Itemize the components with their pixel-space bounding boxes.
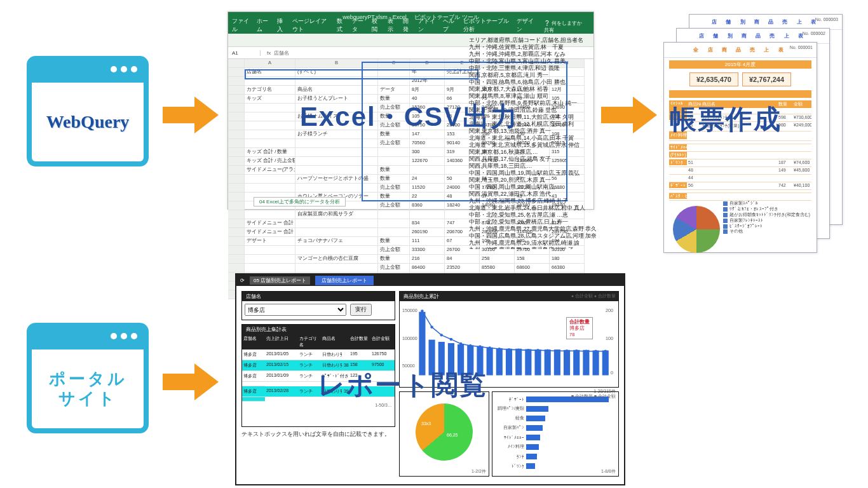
pie-pager: 1-2/2件: [471, 468, 486, 475]
svg-point-22: [440, 334, 443, 336]
excel-formula-bar: fx 店舗名: [261, 50, 289, 57]
svg-rect-19: [602, 350, 609, 375]
bar-chart-panel: ﾃﾞｻﾞｰﾄ調理ﾊﾟﾝ/麦類軽食自家製ﾊﾟﾝｻｲﾄﾞﾒﾆｭｰﾒｲﾝ料理ﾗﾝﾁﾄﾞ…: [492, 391, 619, 477]
svg-point-34: [556, 349, 559, 352]
svg-point-25: [469, 344, 471, 347]
arrow-to-dashboard: [163, 363, 220, 400]
svg-point-29: [508, 348, 510, 351]
webquery-logo: WebQuery: [46, 112, 130, 132]
portal-window-icon: ポータルサイト: [27, 323, 149, 433]
label-excel-csv: Excel・CSV出力: [300, 99, 519, 135]
report-sum2: ¥2,767,244: [742, 72, 791, 86]
svg-point-26: [478, 345, 481, 348]
svg-text:100000: 100000: [402, 336, 417, 341]
svg-text:0: 0: [611, 370, 613, 376]
dashboard-note: テキストボックスを用いれば文章を自由に記載できます。: [241, 431, 394, 438]
svg-point-38: [594, 349, 597, 352]
svg-point-31: [527, 349, 529, 351]
chart-callout: 合計数量 博多店 78: [566, 317, 593, 339]
svg-point-39: [604, 349, 607, 352]
svg-point-23: [450, 338, 452, 341]
svg-rect-18: [593, 350, 599, 375]
svg-rect-14: [554, 349, 560, 375]
svg-rect-8: [496, 348, 503, 375]
arrow-to-report: [601, 97, 658, 133]
svg-rect-16: [573, 350, 580, 376]
svg-rect-13: [545, 349, 551, 375]
svg-point-33: [546, 349, 548, 351]
table-title: 商品別売上集計表: [242, 325, 395, 334]
window-titlebar: [32, 61, 144, 83]
pie-chart-panel: 33x3 66,25 1-2/2件: [399, 391, 489, 477]
svg-point-35: [566, 349, 568, 352]
dashboard-toolbar: ⟳ 05 店舗別売上レポート 店舗別売上レポート: [236, 274, 624, 286]
excel-sheet-tab: 04 Excel上で多角的にデータを分析: [254, 197, 346, 207]
webquery-window-icon: WebQuery: [27, 56, 149, 166]
excel-ribbon: webqueryPT.xlsm - Excel ピボットテーブル ツール ファイ…: [228, 12, 593, 34]
svg-point-27: [488, 346, 491, 349]
svg-rect-15: [564, 350, 570, 376]
dashboard-tab[interactable]: 店舗別売上レポート: [315, 276, 374, 285]
window-controls: [111, 333, 137, 339]
pie-chart: [416, 403, 473, 461]
svg-rect-12: [534, 349, 541, 375]
svg-point-20: [421, 309, 423, 312]
svg-point-28: [498, 348, 501, 350]
svg-text:150000: 150000: [402, 308, 417, 313]
svg-text:200: 200: [606, 308, 613, 313]
arrow-to-excel: [163, 97, 220, 133]
svg-rect-10: [515, 349, 522, 376]
report-sum1: ¥2,635,470: [689, 72, 738, 86]
svg-rect-17: [583, 350, 589, 376]
window-titlebar: [32, 328, 144, 349]
svg-rect-7: [487, 348, 493, 376]
svg-point-36: [575, 349, 578, 352]
svg-point-21: [430, 325, 433, 328]
label-report-create: 帳票作成: [670, 102, 782, 137]
store-select[interactable]: 博多店: [245, 304, 346, 316]
svg-point-24: [459, 342, 462, 345]
bar-pager: 1-8/8件: [601, 468, 616, 475]
report-pie-chart: [673, 206, 720, 253]
window-controls: [111, 66, 137, 72]
report-pie-legend: 自家製ｽﾊﾟｼﾞﾙﾘﾀﾞとｶﾌｪ・ｵﾚ ｽｰﾌﾟ付き超がお得朝食ｾｯﾄﾄﾞﾘﾝｸ…: [723, 201, 810, 234]
svg-rect-11: [525, 349, 531, 375]
csv-text-block: エリア,都道府県,店舗コード,店舗名,担当者名九州・沖縄,佐賀県,1,佐賀店,林…: [469, 37, 596, 249]
svg-point-32: [536, 349, 539, 351]
svg-point-30: [517, 348, 520, 351]
svg-rect-0: [419, 312, 425, 376]
svg-point-37: [585, 349, 587, 352]
svg-text:100: 100: [606, 336, 613, 341]
filter-panel: 店舗名 博多店 実行: [241, 291, 395, 320]
report-period: 2015年 4月度: [669, 60, 811, 69]
filter-label: 店舗名: [242, 292, 395, 301]
svg-rect-9: [506, 349, 512, 376]
label-report-view: レポート閲覧: [318, 367, 487, 403]
run-button[interactable]: 実行: [350, 304, 372, 316]
portal-label: ポータルサイト: [49, 369, 127, 409]
excel-namebox: A1: [228, 50, 261, 56]
report-page-1: 全 店 商 品 売 上 表 No. 000001 2015年 4月度 ¥2,63…: [663, 42, 817, 253]
